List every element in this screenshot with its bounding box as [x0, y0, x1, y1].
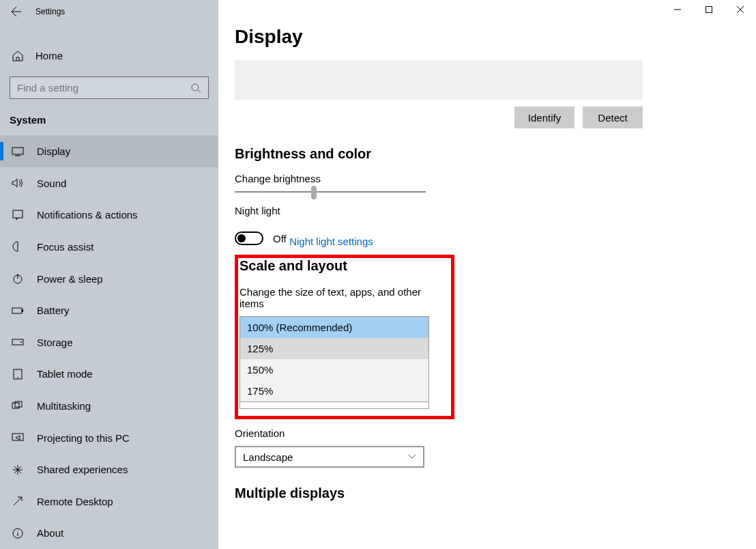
- brightness-label: Change brightness: [235, 173, 740, 184]
- sidebar-item-focus[interactable]: Focus assist: [0, 231, 218, 263]
- window-controls: [662, 0, 756, 19]
- sidebar-item-multitasking[interactable]: Multitasking: [0, 390, 218, 422]
- sidebar-item-projecting[interactable]: Projecting to this PC: [0, 422, 218, 454]
- orientation-value: Landscape: [243, 451, 293, 463]
- svg-point-9: [17, 377, 18, 378]
- main-content: Display Identify Detect Brightness and c…: [218, 0, 756, 549]
- svg-rect-1: [12, 147, 23, 154]
- page-title: Display: [235, 26, 740, 48]
- sidebar-item-display[interactable]: Display: [0, 135, 218, 167]
- scale-option-175[interactable]: 175%: [240, 380, 428, 402]
- nav-label: Storage: [37, 337, 73, 348]
- orientation-label: Orientation: [235, 427, 740, 439]
- sidebar-item-about[interactable]: About: [0, 518, 218, 550]
- sidebar-item-battery[interactable]: Battery: [0, 294, 218, 326]
- scale-heading: Scale and layout: [239, 258, 447, 274]
- power-icon: [11, 272, 25, 285]
- sidebar-item-power[interactable]: Power & sleep: [0, 263, 218, 295]
- nav-label: Battery: [37, 305, 70, 316]
- svg-rect-5: [22, 309, 23, 312]
- svg-rect-14: [706, 7, 712, 13]
- night-light-settings-link[interactable]: Night light settings: [289, 236, 373, 247]
- nav-label: Tablet mode: [37, 368, 93, 380]
- storage-icon: [11, 335, 25, 349]
- sidebar-item-sound[interactable]: Sound: [0, 167, 218, 199]
- about-icon: [11, 526, 25, 540]
- nav-label: Sound: [37, 178, 66, 189]
- multitasking-icon: [11, 399, 25, 412]
- close-button[interactable]: [725, 0, 756, 19]
- sound-icon: [11, 176, 25, 190]
- battery-icon: [11, 304, 25, 318]
- svg-point-0: [192, 84, 199, 91]
- sidebar: Settings Home System Display Sound Notif…: [0, 0, 218, 549]
- search-icon: [190, 83, 201, 94]
- remote-icon: [11, 494, 25, 508]
- nav-label: Projecting to this PC: [37, 432, 130, 444]
- search-input[interactable]: [17, 82, 190, 94]
- focus-icon: [11, 240, 25, 253]
- arrow-left-icon: [11, 6, 22, 17]
- titlebar: Settings: [0, 0, 218, 23]
- scale-dropdown[interactable]: 100% (Recommended) 125% 150% 175%: [239, 316, 429, 409]
- night-light-state: Off: [273, 233, 287, 244]
- detect-button[interactable]: Detect: [583, 107, 643, 128]
- maximize-button[interactable]: [693, 0, 725, 19]
- nav-label: About: [37, 527, 63, 539]
- sidebar-item-notifications[interactable]: Notifications & actions: [0, 199, 218, 231]
- orientation-select[interactable]: Landscape: [235, 446, 424, 468]
- identify-button[interactable]: Identify: [514, 107, 575, 128]
- home-label: Home: [35, 50, 63, 61]
- brightness-slider[interactable]: [235, 191, 426, 193]
- svg-rect-4: [12, 308, 22, 313]
- sidebar-item-tablet[interactable]: Tablet mode: [0, 358, 218, 391]
- scale-dropdown-list: 100% (Recommended) 125% 150% 175%: [240, 317, 428, 402]
- nav-label: Power & sleep: [37, 273, 103, 285]
- brightness-heading: Brightness and color: [235, 146, 740, 162]
- projecting-icon: [11, 431, 25, 445]
- sidebar-item-remote[interactable]: Remote Desktop: [0, 485, 218, 518]
- nav-label: Remote Desktop: [37, 496, 113, 507]
- nav-label: Focus assist: [37, 241, 93, 253]
- search-box[interactable]: [10, 76, 209, 100]
- sidebar-item-storage[interactable]: Storage: [0, 326, 218, 358]
- sidebar-section-label: System: [0, 99, 218, 135]
- home-icon: [11, 49, 25, 63]
- night-light-toggle[interactable]: [235, 231, 263, 245]
- scale-option-100[interactable]: 100% (Recommended): [240, 317, 428, 338]
- minimize-button[interactable]: [662, 0, 693, 19]
- svg-rect-11: [15, 402, 22, 407]
- back-button[interactable]: [0, 0, 33, 23]
- tablet-icon: [11, 367, 25, 381]
- chevron-down-icon: [408, 454, 416, 460]
- nav-label: Display: [37, 145, 70, 157]
- multiple-displays-heading: Multiple displays: [235, 485, 740, 501]
- shared-icon: [11, 463, 25, 477]
- window-title: Settings: [35, 7, 65, 16]
- display-icon: [11, 145, 25, 158]
- nav-label: Shared experiences: [37, 464, 128, 475]
- scale-highlight-box: Scale and layout Change the size of text…: [235, 255, 454, 419]
- scale-option-150[interactable]: 150%: [240, 359, 428, 380]
- sidebar-item-shared[interactable]: Shared experiences: [0, 453, 218, 485]
- svg-rect-2: [13, 210, 23, 218]
- svg-point-7: [20, 341, 22, 343]
- nav-label: Multitasking: [37, 400, 91, 412]
- scale-option-125[interactable]: 125%: [240, 338, 428, 359]
- slider-thumb[interactable]: [311, 186, 317, 199]
- display-preview-area: [235, 60, 643, 100]
- toggle-knob: [237, 234, 246, 242]
- sidebar-home[interactable]: Home: [0, 42, 218, 70]
- night-light-label: Night light: [235, 205, 740, 216]
- svg-rect-10: [12, 403, 19, 408]
- scale-label: Change the size of text, apps, and other…: [239, 286, 447, 309]
- notification-icon: [11, 208, 25, 222]
- dropdown-footer: [240, 402, 428, 408]
- nav-label: Notifications & actions: [37, 209, 138, 221]
